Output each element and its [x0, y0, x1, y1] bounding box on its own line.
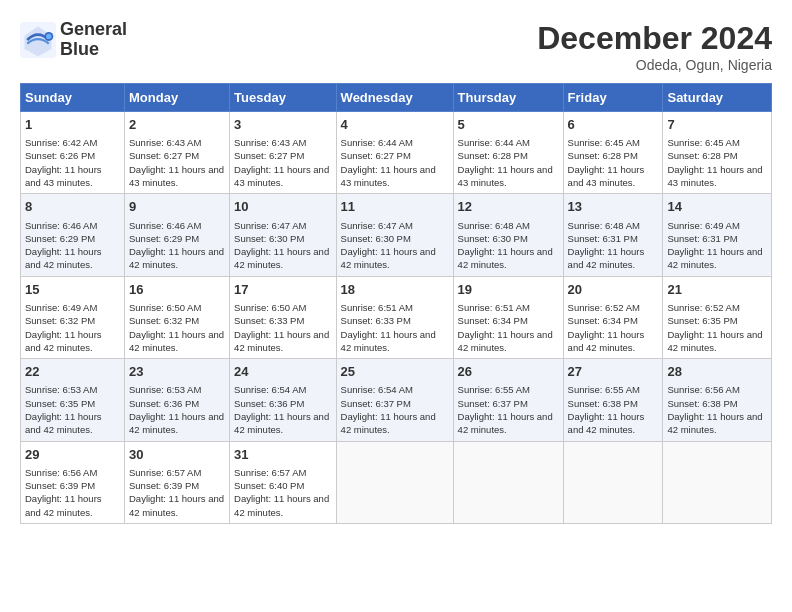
sunset: Sunset: 6:33 PM — [234, 315, 304, 326]
sunset: Sunset: 6:34 PM — [568, 315, 638, 326]
daylight: Daylight: 11 hours and 43 minutes. — [341, 164, 436, 188]
day-number: 31 — [234, 446, 332, 464]
header-cell-tuesday: Tuesday — [230, 84, 337, 112]
header-cell-wednesday: Wednesday — [336, 84, 453, 112]
calendar-cell: 7Sunrise: 6:45 AMSunset: 6:28 PMDaylight… — [663, 112, 772, 194]
daylight: Daylight: 11 hours and 42 minutes. — [341, 329, 436, 353]
sunset: Sunset: 6:34 PM — [458, 315, 528, 326]
daylight: Daylight: 11 hours and 42 minutes. — [667, 411, 762, 435]
daylight: Daylight: 11 hours and 42 minutes. — [25, 246, 102, 270]
sunrise: Sunrise: 6:56 AM — [667, 384, 739, 395]
day-number: 25 — [341, 363, 449, 381]
day-number: 1 — [25, 116, 120, 134]
day-number: 17 — [234, 281, 332, 299]
calendar-cell: 22Sunrise: 6:53 AMSunset: 6:35 PMDayligh… — [21, 359, 125, 441]
sunset: Sunset: 6:39 PM — [129, 480, 199, 491]
header-cell-sunday: Sunday — [21, 84, 125, 112]
sunset: Sunset: 6:33 PM — [341, 315, 411, 326]
week-row-1: 1Sunrise: 6:42 AMSunset: 6:26 PMDaylight… — [21, 112, 772, 194]
sunrise: Sunrise: 6:44 AM — [458, 137, 530, 148]
daylight: Daylight: 11 hours and 42 minutes. — [129, 329, 224, 353]
daylight: Daylight: 11 hours and 43 minutes. — [458, 164, 553, 188]
sunrise: Sunrise: 6:43 AM — [129, 137, 201, 148]
calendar-cell: 26Sunrise: 6:55 AMSunset: 6:37 PMDayligh… — [453, 359, 563, 441]
calendar-cell: 1Sunrise: 6:42 AMSunset: 6:26 PMDaylight… — [21, 112, 125, 194]
sunrise: Sunrise: 6:55 AM — [568, 384, 640, 395]
sunset: Sunset: 6:36 PM — [234, 398, 304, 409]
sunrise: Sunrise: 6:51 AM — [458, 302, 530, 313]
calendar-cell: 28Sunrise: 6:56 AMSunset: 6:38 PMDayligh… — [663, 359, 772, 441]
header-row: SundayMondayTuesdayWednesdayThursdayFrid… — [21, 84, 772, 112]
calendar-cell — [453, 441, 563, 523]
sunrise: Sunrise: 6:57 AM — [234, 467, 306, 478]
sunset: Sunset: 6:30 PM — [458, 233, 528, 244]
day-number: 29 — [25, 446, 120, 464]
header-cell-friday: Friday — [563, 84, 663, 112]
calendar-cell: 25Sunrise: 6:54 AMSunset: 6:37 PMDayligh… — [336, 359, 453, 441]
daylight: Daylight: 11 hours and 42 minutes. — [568, 329, 645, 353]
sunrise: Sunrise: 6:55 AM — [458, 384, 530, 395]
sunrise: Sunrise: 6:54 AM — [234, 384, 306, 395]
sunset: Sunset: 6:35 PM — [25, 398, 95, 409]
daylight: Daylight: 11 hours and 43 minutes. — [234, 164, 329, 188]
daylight: Daylight: 11 hours and 42 minutes. — [341, 411, 436, 435]
week-row-3: 15Sunrise: 6:49 AMSunset: 6:32 PMDayligh… — [21, 276, 772, 358]
daylight: Daylight: 11 hours and 42 minutes. — [25, 493, 102, 517]
sunset: Sunset: 6:27 PM — [129, 150, 199, 161]
sunset: Sunset: 6:39 PM — [25, 480, 95, 491]
daylight: Daylight: 11 hours and 42 minutes. — [667, 329, 762, 353]
day-number: 26 — [458, 363, 559, 381]
daylight: Daylight: 11 hours and 43 minutes. — [129, 164, 224, 188]
calendar-cell: 14Sunrise: 6:49 AMSunset: 6:31 PMDayligh… — [663, 194, 772, 276]
sunrise: Sunrise: 6:53 AM — [129, 384, 201, 395]
page-header: General Blue December 2024 Odeda, Ogun, … — [20, 20, 772, 73]
day-number: 21 — [667, 281, 767, 299]
day-number: 3 — [234, 116, 332, 134]
calendar-cell: 24Sunrise: 6:54 AMSunset: 6:36 PMDayligh… — [230, 359, 337, 441]
sunset: Sunset: 6:29 PM — [129, 233, 199, 244]
calendar-cell: 4Sunrise: 6:44 AMSunset: 6:27 PMDaylight… — [336, 112, 453, 194]
calendar-cell: 23Sunrise: 6:53 AMSunset: 6:36 PMDayligh… — [125, 359, 230, 441]
sunrise: Sunrise: 6:45 AM — [667, 137, 739, 148]
day-number: 28 — [667, 363, 767, 381]
sunrise: Sunrise: 6:45 AM — [568, 137, 640, 148]
daylight: Daylight: 11 hours and 42 minutes. — [341, 246, 436, 270]
sunset: Sunset: 6:40 PM — [234, 480, 304, 491]
sunrise: Sunrise: 6:53 AM — [25, 384, 97, 395]
day-number: 2 — [129, 116, 225, 134]
sunset: Sunset: 6:37 PM — [458, 398, 528, 409]
sunset: Sunset: 6:31 PM — [568, 233, 638, 244]
sunrise: Sunrise: 6:46 AM — [25, 220, 97, 231]
calendar-cell: 15Sunrise: 6:49 AMSunset: 6:32 PMDayligh… — [21, 276, 125, 358]
sunset: Sunset: 6:32 PM — [129, 315, 199, 326]
calendar-cell — [563, 441, 663, 523]
sunset: Sunset: 6:28 PM — [458, 150, 528, 161]
calendar-cell: 30Sunrise: 6:57 AMSunset: 6:39 PMDayligh… — [125, 441, 230, 523]
day-number: 5 — [458, 116, 559, 134]
calendar-cell: 16Sunrise: 6:50 AMSunset: 6:32 PMDayligh… — [125, 276, 230, 358]
week-row-2: 8Sunrise: 6:46 AMSunset: 6:29 PMDaylight… — [21, 194, 772, 276]
daylight: Daylight: 11 hours and 42 minutes. — [568, 246, 645, 270]
daylight: Daylight: 11 hours and 43 minutes. — [568, 164, 645, 188]
sunrise: Sunrise: 6:52 AM — [667, 302, 739, 313]
daylight: Daylight: 11 hours and 42 minutes. — [667, 246, 762, 270]
day-number: 8 — [25, 198, 120, 216]
logo-icon — [20, 22, 56, 58]
sunrise: Sunrise: 6:48 AM — [458, 220, 530, 231]
day-number: 30 — [129, 446, 225, 464]
daylight: Daylight: 11 hours and 43 minutes. — [25, 164, 102, 188]
calendar-cell: 27Sunrise: 6:55 AMSunset: 6:38 PMDayligh… — [563, 359, 663, 441]
sunset: Sunset: 6:36 PM — [129, 398, 199, 409]
sunset: Sunset: 6:27 PM — [234, 150, 304, 161]
daylight: Daylight: 11 hours and 42 minutes. — [568, 411, 645, 435]
sunrise: Sunrise: 6:44 AM — [341, 137, 413, 148]
sunrise: Sunrise: 6:50 AM — [234, 302, 306, 313]
sunrise: Sunrise: 6:54 AM — [341, 384, 413, 395]
day-number: 19 — [458, 281, 559, 299]
sunrise: Sunrise: 6:47 AM — [234, 220, 306, 231]
day-number: 11 — [341, 198, 449, 216]
daylight: Daylight: 11 hours and 42 minutes. — [234, 246, 329, 270]
calendar-cell: 18Sunrise: 6:51 AMSunset: 6:33 PMDayligh… — [336, 276, 453, 358]
title-area: December 2024 Odeda, Ogun, Nigeria — [537, 20, 772, 73]
daylight: Daylight: 11 hours and 42 minutes. — [25, 329, 102, 353]
